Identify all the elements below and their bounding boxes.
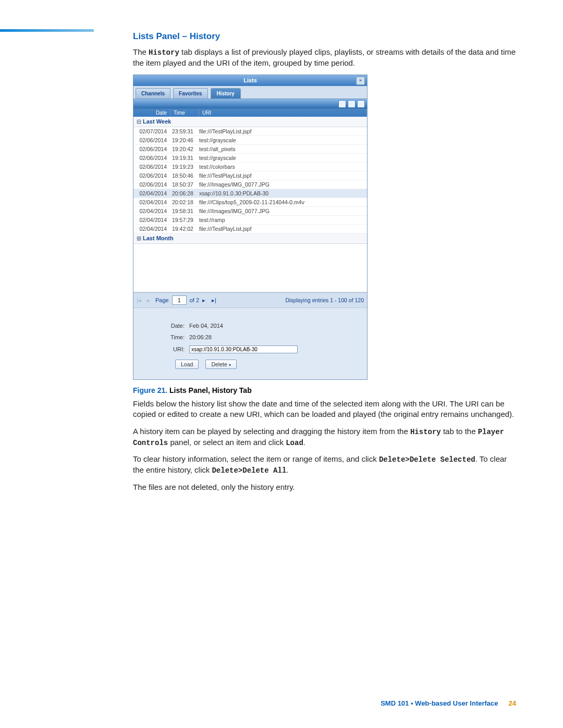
pager-page-label: Page: [155, 297, 169, 303]
section-title: Lists Panel – History: [133, 31, 516, 42]
cell-date: 02/04/2014: [133, 198, 170, 206]
toolbar-bar: [133, 98, 367, 109]
intro-paragraph: The History tab displays a list of previ…: [133, 47, 516, 68]
cell-date: 02/06/2014: [133, 136, 170, 144]
drag-paragraph: A history item can be played by selectin…: [133, 426, 516, 448]
lists-panel: Lists » Channels Favorites History Date …: [133, 75, 368, 380]
figure-caption: Figure 21. Lists Panel, History Tab: [133, 386, 516, 394]
pager: |◂ ◂ Page of 2 ▸ ▸| Displaying entries 1…: [133, 292, 367, 307]
cell-uri: file:///TestPlayList.jspf: [197, 127, 367, 135]
table-row[interactable]: 02/07/201423:59:31file:///TestPlayList.j…: [133, 127, 367, 136]
col-uri[interactable]: URI: [199, 109, 367, 117]
history-term: History: [149, 48, 179, 57]
cell-uri: test://colorbars: [197, 163, 367, 171]
cell-date: 02/04/2014: [133, 207, 170, 215]
cell-time: 19:20:42: [170, 145, 197, 153]
cell-uri: test://alt_pixels: [197, 145, 367, 153]
cell-time: 20:02:18: [170, 198, 197, 206]
group-header[interactable]: ⊞Last Month: [133, 233, 367, 244]
cell-time: 18:50:46: [170, 171, 197, 180]
table-row[interactable]: 02/06/201418:50:46file:///TestPlayList.j…: [133, 171, 367, 180]
table-row[interactable]: 02/06/201419:19:23test://colorbars: [133, 163, 367, 171]
col-time[interactable]: Time: [170, 109, 199, 117]
pager-prev-icon[interactable]: ◂: [146, 297, 152, 303]
collapse-icon[interactable]: »: [356, 77, 365, 85]
table-row[interactable]: 02/04/201420:06:28xsap://10.91.0.30:PDLA…: [133, 189, 367, 198]
cell-uri: test://grayscale: [197, 154, 367, 162]
detail-uri-input[interactable]: [189, 346, 298, 353]
column-headers: Date Time URI: [133, 109, 367, 117]
panel-title: Lists: [243, 77, 257, 83]
table-row[interactable]: 02/06/201418:50:37file:///Images/IMG_007…: [133, 180, 367, 189]
group-header[interactable]: ⊟Last Week: [133, 117, 367, 127]
cell-time: 18:50:37: [170, 180, 197, 189]
cell-time: 19:19:23: [170, 163, 197, 171]
pager-last-icon[interactable]: ▸|: [212, 297, 218, 303]
tab-strip: Channels Favorites History: [133, 86, 367, 98]
cell-time: 20:06:28: [170, 189, 197, 198]
pager-next-icon[interactable]: ▸: [202, 297, 209, 303]
cell-uri: xsap://10.91.0.30:PDLAB-30: [197, 189, 367, 198]
table-row[interactable]: 02/04/201419:42:02file:///TestPlayList.j…: [133, 225, 367, 233]
tool-icon-1[interactable]: [338, 100, 346, 108]
table-row[interactable]: 02/06/201419:20:46test://grayscale: [133, 136, 367, 145]
detail-time-label: Time:: [165, 334, 185, 340]
details-form: Date: Feb 04, 2014 Time: 20:06:28 URI: L…: [133, 307, 367, 379]
cell-uri: file:///TestPlayList.jspf: [197, 171, 367, 180]
cell-uri: test://ramp: [197, 216, 367, 224]
pager-page-input[interactable]: [172, 295, 187, 305]
tool-icon-3[interactable]: [357, 100, 365, 108]
cell-date: 02/06/2014: [133, 154, 170, 162]
cell-uri: file:///Images/IMG_0077.JPG: [197, 180, 367, 189]
cell-date: 02/06/2014: [133, 180, 170, 189]
delete-button[interactable]: Delete▾: [205, 360, 236, 369]
page-footer: SMD 101 • Web-based User Interface24: [381, 699, 516, 707]
load-button[interactable]: Load: [175, 360, 199, 369]
detail-uri-label: URI:: [165, 346, 185, 352]
tab-favorites[interactable]: Favorites: [173, 88, 207, 98]
cell-date: 02/07/2014: [133, 127, 170, 135]
accent-bar: [0, 29, 94, 32]
cell-date: 02/04/2014: [133, 189, 170, 198]
files-paragraph: The files are not deleted, only the hist…: [133, 482, 516, 492]
col-date[interactable]: Date: [133, 109, 170, 117]
table-row[interactable]: 02/06/201419:19:31test://grayscale: [133, 154, 367, 163]
tab-history[interactable]: History: [211, 88, 241, 98]
detail-time-value: 20:06:28: [189, 334, 212, 340]
detail-date-value: Feb 04, 2014: [189, 323, 223, 329]
cell-uri: file:///Images/IMG_0077.JPG: [197, 207, 367, 215]
cell-time: 19:20:46: [170, 136, 197, 144]
pager-first-icon[interactable]: |◂: [137, 297, 143, 303]
cell-time: 19:58:31: [170, 207, 197, 215]
cell-date: 02/04/2014: [133, 225, 170, 233]
cell-date: 02/06/2014: [133, 163, 170, 171]
tool-icon-2[interactable]: [348, 100, 356, 108]
history-grid: ⊟Last Week02/07/201423:59:31file:///Test…: [133, 117, 367, 292]
cell-uri: file:///TestPlayList.jspf: [197, 225, 367, 233]
cell-time: 23:59:31: [170, 127, 197, 135]
panel-header: Lists »: [133, 75, 367, 86]
cell-uri: file:///Clips/top5_2009-02-11-214044-0.m…: [197, 198, 367, 206]
pager-display: Displaying entries 1 - 100 of 120: [285, 297, 364, 303]
table-row[interactable]: 02/04/201419:57:29test://ramp: [133, 216, 367, 225]
cell-time: 19:19:31: [170, 154, 197, 162]
fields-paragraph: Fields below the history list show the d…: [133, 399, 516, 420]
cell-time: 19:57:29: [170, 216, 197, 224]
blank-area: [133, 244, 367, 292]
cell-uri: test://grayscale: [197, 136, 367, 144]
table-row[interactable]: 02/04/201420:02:18file:///Clips/top5_200…: [133, 198, 367, 207]
cell-time: 19:42:02: [170, 225, 197, 233]
pager-of-label: of 2: [190, 297, 199, 303]
table-row[interactable]: 02/04/201419:58:31file:///Images/IMG_007…: [133, 207, 367, 216]
table-row[interactable]: 02/06/201419:20:42test://alt_pixels: [133, 145, 367, 154]
cell-date: 02/06/2014: [133, 171, 170, 180]
caret-down-icon: ▾: [229, 363, 231, 367]
cell-date: 02/04/2014: [133, 216, 170, 224]
cell-date: 02/06/2014: [133, 145, 170, 153]
clear-paragraph: To clear history information, select the…: [133, 454, 516, 476]
tab-channels[interactable]: Channels: [136, 88, 170, 98]
detail-date-label: Date:: [165, 323, 185, 329]
